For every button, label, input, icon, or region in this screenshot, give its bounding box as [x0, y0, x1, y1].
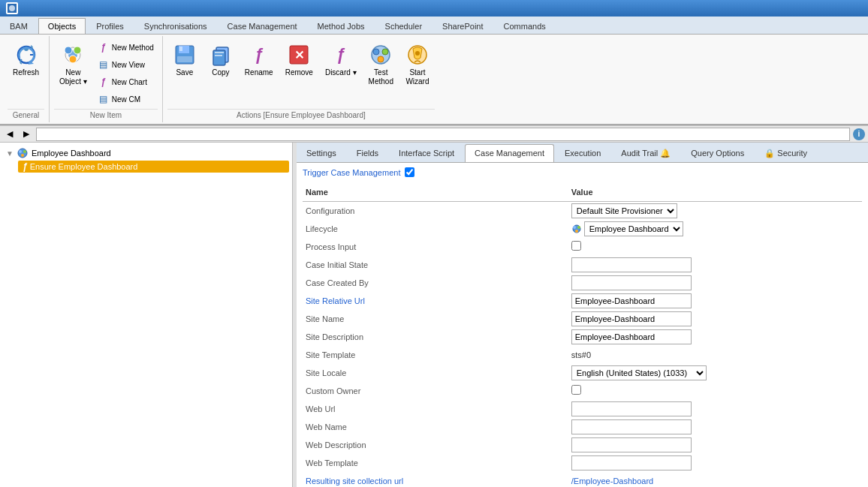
new-chart-button[interactable]: ƒ New Chart: [94, 74, 158, 90]
table-row: Lifecycle Employee Dashboard: [303, 220, 862, 238]
table-row: Web Name: [303, 418, 862, 436]
field-label-resulting-site-url: Resulting site collection url: [303, 472, 568, 488]
site-relative-url-input[interactable]: [571, 293, 692, 308]
svg-point-1: [9, 5, 15, 11]
tab-case-management[interactable]: Case Management: [465, 144, 554, 162]
configuration-select[interactable]: Default Site Provisioner: [571, 203, 677, 218]
rename-icon: ƒ: [247, 43, 271, 67]
copy-icon: [209, 43, 233, 67]
new-method-button[interactable]: ƒ New Method: [94, 39, 158, 56]
nav-fwd-button[interactable]: ▶: [20, 128, 33, 140]
svg-rect-16: [215, 52, 224, 53]
table-row: Web Description: [303, 436, 862, 454]
tab-query-options[interactable]: Query Options: [681, 144, 754, 162]
tab-method-jobs[interactable]: Method Jobs: [308, 18, 375, 34]
field-value-web-url: [568, 400, 862, 418]
test-method-button[interactable]: TestMethod: [363, 39, 399, 90]
tab-objects[interactable]: Objects: [38, 18, 86, 34]
lifecycle-icon: [571, 224, 582, 234]
tab-fields[interactable]: Fields: [347, 144, 388, 162]
field-value-web-template: [568, 454, 862, 472]
field-value-custom-owner: [568, 382, 862, 400]
field-value-configuration: Default Site Provisioner: [568, 201, 862, 220]
start-wizard-button[interactable]: StartWizard: [400, 39, 435, 90]
tab-synchronisations[interactable]: Synchronisations: [134, 18, 217, 34]
tab-settings[interactable]: Settings: [297, 144, 346, 162]
svg-point-28: [23, 150, 26, 153]
new-chart-icon: ƒ: [98, 76, 110, 88]
field-value-case-created-by: [568, 274, 862, 292]
tab-security[interactable]: 🔒 Security: [755, 144, 817, 162]
search-input[interactable]: [36, 128, 850, 141]
save-button[interactable]: Save: [167, 39, 202, 81]
svg-point-25: [415, 51, 420, 56]
svg-point-32: [577, 226, 580, 229]
tree-children: ƒ Ensure Employee Dashboard: [3, 161, 289, 173]
field-label-case-initial-state: Case Initial State: [303, 256, 568, 274]
remove-label: Remove: [285, 68, 313, 77]
field-label-web-template: Web Template: [303, 454, 568, 472]
field-label-site-relative-url: Site Relative Url: [303, 292, 568, 310]
process-input-checkbox[interactable]: [571, 241, 581, 251]
group-general-label: General: [8, 109, 44, 119]
save-icon: [173, 43, 197, 67]
field-value-site-name: [568, 310, 862, 328]
tree-selected-item[interactable]: ƒ Ensure Employee Dashboard: [18, 161, 289, 173]
new-cm-button[interactable]: ▤ New CM: [94, 91, 158, 107]
tree-collapse-icon[interactable]: ▼: [6, 149, 14, 158]
case-created-by-input[interactable]: [571, 275, 692, 290]
field-value-process-input: [568, 238, 862, 256]
info-button[interactable]: i: [853, 128, 865, 140]
svg-rect-12: [179, 47, 182, 51]
tab-case-management[interactable]: Case Management: [218, 18, 307, 34]
web-description-input[interactable]: [571, 437, 692, 452]
form-table: Name Value Configuration Default Site Pr…: [303, 183, 862, 487]
svg-text:✕: ✕: [294, 49, 304, 62]
tab-bam[interactable]: BAM: [0, 18, 38, 34]
trigger-checkbox[interactable]: [405, 167, 414, 177]
trigger-label: Trigger Case Management: [303, 168, 400, 177]
table-row: Configuration Default Site Provisioner: [303, 201, 862, 220]
refresh-icon: [14, 43, 38, 67]
lifecycle-select[interactable]: Employee Dashboard: [584, 221, 683, 236]
tab-commands[interactable]: Commands: [494, 18, 556, 34]
web-template-input[interactable]: [571, 455, 692, 470]
custom-owner-checkbox[interactable]: [571, 385, 581, 395]
new-method-icon: ƒ: [98, 41, 110, 53]
discard-button[interactable]: ƒ Discard ▾: [320, 39, 362, 81]
app-icon: [6, 2, 18, 14]
field-label-web-name: Web Name: [303, 418, 568, 436]
rename-button[interactable]: ƒ Rename: [240, 39, 279, 81]
field-value-web-name: [568, 418, 862, 436]
main-area: ▼ Employee Dashboard ƒ Ensure Employee D…: [0, 143, 868, 487]
tab-audit-trail[interactable]: Audit Trail 🔔: [611, 144, 680, 162]
site-name-input[interactable]: [571, 311, 692, 326]
table-row: Site Relative Url: [303, 292, 862, 310]
tab-profiles[interactable]: Profiles: [86, 18, 134, 34]
site-locale-select[interactable]: English (United States) (1033): [571, 365, 707, 380]
new-view-button[interactable]: ▤ New View: [94, 56, 158, 73]
tab-scheduler[interactable]: Scheduler: [375, 18, 432, 34]
ribbon-group-new-item: NewObject ▾ ƒ New Method ▤ New View ƒ Ne…: [50, 36, 163, 122]
refresh-button[interactable]: Refresh: [8, 39, 44, 81]
title-bar: [0, 0, 868, 17]
svg-point-27: [19, 150, 22, 153]
site-description-input[interactable]: [571, 329, 692, 344]
remove-button[interactable]: ✕ Remove: [280, 39, 318, 81]
web-url-input[interactable]: [571, 401, 692, 416]
table-row: Site Locale English (United States) (103…: [303, 364, 862, 382]
web-name-input[interactable]: [571, 419, 692, 434]
tab-execution[interactable]: Execution: [555, 144, 610, 162]
copy-button[interactable]: Copy: [203, 39, 238, 81]
new-object-button[interactable]: NewObject ▾: [54, 39, 92, 90]
tab-interface-script[interactable]: Interface Script: [389, 144, 464, 162]
case-initial-state-input[interactable]: [571, 257, 692, 272]
nav-back-button[interactable]: ◀: [3, 128, 17, 140]
field-label-site-description: Site Description: [303, 328, 568, 346]
field-label-custom-owner: Custom Owner: [303, 382, 568, 400]
table-row: Case Initial State: [303, 256, 862, 274]
right-panel: Settings Fields Interface Script Case Ma…: [297, 143, 868, 487]
discard-icon: ƒ: [329, 43, 353, 67]
tab-sharepoint[interactable]: SharePoint: [432, 18, 493, 34]
svg-point-21: [373, 49, 379, 55]
